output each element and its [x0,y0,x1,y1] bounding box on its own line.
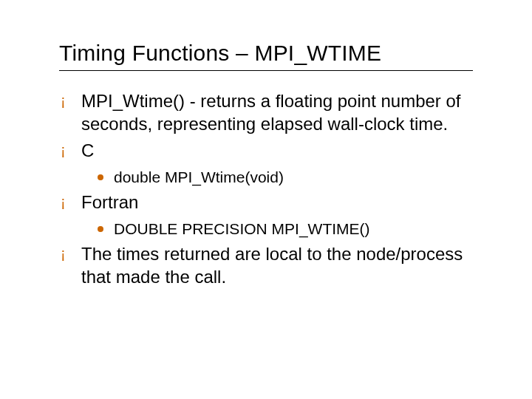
bullet-text: MPI_Wtime() - returns a floating point n… [81,91,461,134]
sub-bullet-item: double MPI_Wtime(void) [98,167,473,187]
sub-bullet-list: double MPI_Wtime(void) [81,167,473,187]
sub-bullet-list: DOUBLE PRECISION MPI_WTIME() [81,219,473,239]
bullet-item: Fortran DOUBLE PRECISION MPI_WTIME() [61,191,473,239]
sub-bullet-text: double MPI_Wtime(void) [114,168,284,185]
bullet-text: C [81,140,94,160]
bullet-item: C double MPI_Wtime(void) [61,140,473,187]
bullet-text: Fortran [81,192,138,212]
sub-bullet-text: DOUBLE PRECISION MPI_WTIME() [114,220,370,237]
slide-title: Timing Functions – MPI_WTIME [59,41,473,66]
sub-bullet-item: DOUBLE PRECISION MPI_WTIME() [98,219,473,239]
title-underline [59,70,473,71]
bullet-item: MPI_Wtime() - returns a floating point n… [61,90,473,135]
bullet-list: MPI_Wtime() - returns a floating point n… [59,90,473,289]
slide: Timing Functions – MPI_WTIME MPI_Wtime()… [0,0,532,399]
bullet-text: The times returned are local to the node… [81,244,463,287]
bullet-item: The times returned are local to the node… [61,243,473,288]
